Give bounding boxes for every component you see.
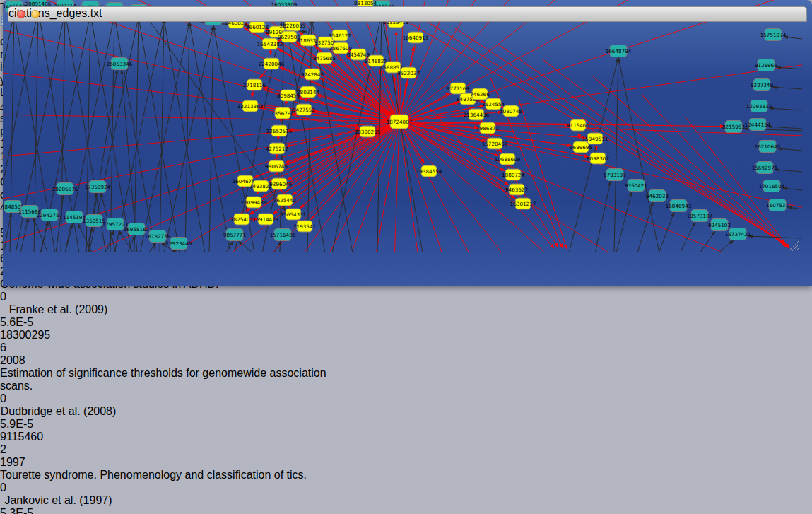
graph-node-label: 1880724 (502, 172, 524, 178)
graph-node-label: 15949511 (582, 136, 608, 142)
graph-node-label: 8454749 (347, 52, 370, 58)
table-cell[interactable]: 1997 (0, 456, 47, 469)
graph-node-label: 16210643 (755, 144, 781, 150)
graph-node-label: 16958167 (124, 226, 150, 233)
graph-node-label: 3624554 (482, 101, 505, 107)
graph-node-label: 10688609 (495, 156, 521, 163)
graph-node-label: 9777169 (447, 86, 469, 92)
graph-node-label: 9427552 (293, 107, 315, 113)
graph-node-label: 9806745 (265, 163, 288, 170)
graph-node-label: 12923446 (166, 240, 192, 247)
network-canvas[interactable]: 1405573208914062493714100552871527602646… (3, 0, 812, 255)
table-cell[interactable]: 0 (0, 392, 64, 405)
graph-node-label: 16782759 (145, 233, 171, 240)
graph-node-label: 16301217 (510, 201, 536, 207)
window-title: citations_edges.txt (8, 7, 806, 20)
table-cell[interactable]: 5.3E-5 (0, 507, 71, 514)
graph-node-label: 9245102 (708, 222, 731, 228)
graph-node-label: 26053346 (107, 61, 133, 67)
graph-node-label: 16640913 (403, 35, 429, 41)
graph-node-label: 15720407 (482, 141, 508, 147)
graph-node-label: 7625442 (273, 197, 296, 204)
graph-node-label: 9350421 (625, 182, 647, 189)
graph-node-label: 746266 (470, 91, 490, 98)
graph-node-label: 8215953 (722, 124, 745, 130)
table-cell[interactable]: Tourette syndrome. Phenomenology and cla… (0, 469, 351, 481)
graph-node-label: 16648794 (606, 48, 632, 54)
graph-node-label: 9699695 (570, 144, 592, 151)
graph-node-label: 15716485 (270, 232, 296, 238)
graph-node-label: 9857771 (223, 232, 246, 238)
graph-node-label: 8098307 (587, 156, 609, 162)
graph-node-label: 8098459 (277, 93, 300, 99)
graph-node-label: 2718116 (243, 82, 266, 88)
table-cell[interactable]: 6 (0, 341, 65, 354)
graph-node-label: 9475685 (313, 55, 336, 62)
resize-grip-icon (796, 248, 799, 251)
graph-node-label: 13213363 (237, 103, 264, 110)
graph-node-label: 9115460 (567, 122, 589, 129)
graph-node-label: 17359924 (85, 184, 111, 190)
table-row[interactable]: 1830029562008Estimation of significance … (0, 329, 812, 431)
graph-node-label: 22420046 (259, 61, 285, 67)
graph-node-label: 9546122 (329, 33, 351, 39)
graph-node-label: 23226055 (280, 23, 306, 29)
graph-node-label: 9129966 (755, 62, 777, 69)
table-cell[interactable]: 0 (0, 291, 64, 303)
table-cell[interactable]: 5.6E-5 (0, 316, 71, 329)
graph-node-label: 18300295 (355, 129, 381, 135)
table-cell[interactable]: Franke et al. (2009) (0, 303, 117, 316)
graph-node-label: 7986372 (476, 125, 499, 132)
network-window-frame: citations_edges.txt 14055732089140624937… (3, 0, 812, 286)
graph-node-label: 9462033 (646, 193, 669, 199)
table-cell[interactable]: 18300295 (0, 329, 69, 341)
table-cell[interactable]: 2008 (0, 354, 47, 367)
graph-node-label: 4275212 (266, 146, 288, 152)
graph-node-label: 16737421 (725, 231, 751, 238)
network-graph[interactable]: 1405573208914062493714100552871527602646… (3, 0, 802, 252)
graph-node-label: 1080748 (500, 108, 522, 115)
graph-node-label: 12444154 (745, 122, 771, 128)
graph-node-label: 7193541 (293, 223, 316, 230)
graph-node-label: 10573107 (687, 213, 713, 219)
graph-node-label: 9242843 (301, 71, 324, 78)
graph-node-label: 7825402 (230, 216, 253, 223)
table-cell[interactable]: Jankovic et al. (1997) (0, 494, 117, 507)
close-window-button[interactable] (17, 10, 25, 18)
zoom-window-button[interactable] (45, 10, 54, 18)
graph-node-label: 9463627 (505, 187, 528, 193)
network-window-titlebar[interactable]: citations_edges.txt (8, 6, 807, 22)
graph-node-label: 2803144 (297, 89, 319, 95)
graph-node-label: 16543382 (257, 41, 283, 47)
graph-node-label: 8813054 (354, 0, 377, 6)
graph-node-label: 12093832 (746, 103, 772, 110)
table-row[interactable]: 911546021997Tourette syndrome. Phenomeno… (0, 431, 812, 514)
graph-node-label: 15654331 (281, 211, 307, 218)
resize-grip-icon (792, 245, 799, 251)
graph-node-label: 15692971 (752, 165, 778, 171)
table-cell[interactable]: 5.9E-5 (0, 418, 71, 431)
graph-node-label: 2867608 (329, 45, 352, 52)
table-cell[interactable]: 9115460 (0, 431, 69, 443)
graph-node-label: 6793197 (604, 172, 626, 178)
table-cell[interactable]: Estimation of significance thresholds fo… (0, 367, 351, 392)
graph-node-label: 26099489 (241, 199, 267, 206)
graph-node-label: 16846943 (666, 203, 692, 209)
graph-node-label: 1356791 (271, 110, 294, 117)
table-cell[interactable]: Dudbridge et al. (2008) (0, 405, 117, 418)
graph-node-label: 9227349 (751, 82, 773, 88)
graph-node-label: 12942757 (37, 212, 63, 218)
graph-node-label: 9522037 (397, 70, 420, 76)
graph-node-label: 16914479 (253, 216, 279, 223)
graph-node-label: 1493822 (249, 183, 272, 189)
table-cell[interactable]: 0 (0, 481, 64, 494)
graph-node-label: 19384554 (416, 168, 442, 175)
graph-node-label: 9146821 (365, 58, 387, 64)
graph-node-label: 18724007 (387, 119, 413, 125)
table-cell[interactable]: 2 (0, 443, 65, 456)
graph-node-label: 17016504 (759, 183, 785, 189)
minimize-window-button[interactable] (31, 10, 40, 18)
graph-node-label: 20206576 (52, 186, 78, 192)
graph-node-label: 15751074 (760, 32, 787, 38)
graph-node-label: 12652515 (266, 128, 293, 134)
